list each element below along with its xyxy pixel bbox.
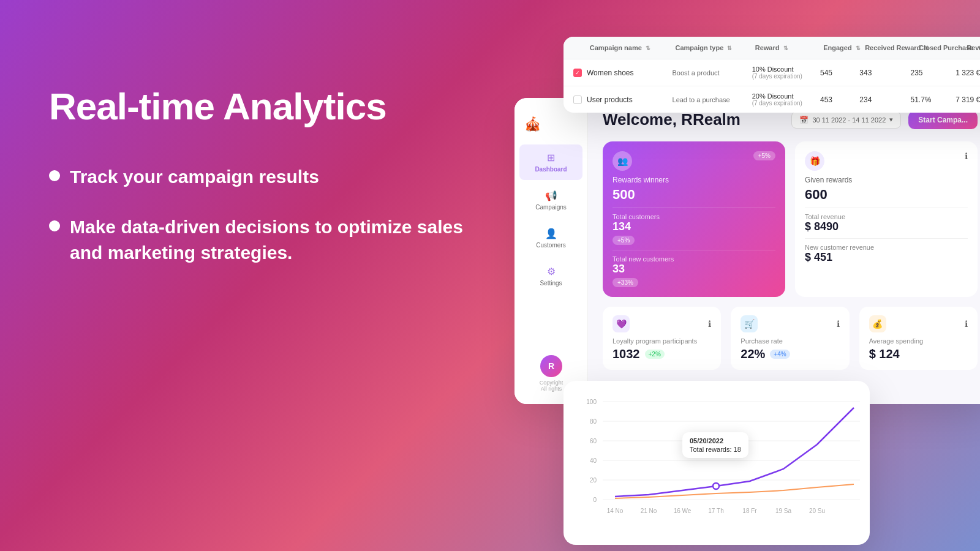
rewards-label: Rewards winners [612,176,775,184]
info-icon-4: ℹ [965,319,968,329]
dashboard-icon: ⊞ [547,152,555,163]
info-icon-2: ℹ [708,319,711,329]
th-closed-purchase: Closed Purchase ⇅ [919,44,962,51]
main-dashboard: 🎪 ⊞ Dashboard 📢 Campaigns 👤 Customers [514,98,980,404]
svg-text:20: 20 [590,477,597,484]
th-reward: Reward ⇅ [755,44,818,51]
svg-text:0: 0 [593,497,597,503]
welcome-heading: Welcome, RRealm [603,110,741,129]
spending-icon: 💰 [869,315,886,332]
td-closed-1: 235 [910,69,951,77]
svg-text:80: 80 [590,418,597,425]
loyalty-icon: 💜 [612,315,630,332]
td-received-2: 234 [859,96,905,104]
td-campaign-name-2: User products [587,96,668,104]
calendar-icon: 📅 [799,116,809,124]
svg-text:40: 40 [590,457,597,464]
bullet-list: Track your campaign results Make data-dr… [49,164,466,266]
avg-spending-label: Average spending [869,337,968,345]
avg-spending-card: 💰 ℹ Average spending $ 124 [859,307,978,370]
campaigns-icon: 📢 [545,190,557,201]
new-customers-value: 33 [612,263,775,276]
new-customers-label: Total new customers [612,255,775,263]
chart-tooltip: 05/20/2022 Total rewards: 18 [682,432,748,458]
svg-text:100: 100 [586,399,597,405]
td-campaign-name-1: Women shoes [587,69,668,77]
svg-text:20 Su: 20 Su [809,508,825,514]
table-row[interactable]: User products Lead to a purchase 20% Dis… [564,86,980,113]
small-stats-row: 💜 ℹ Loyalty program participants 1032 +2… [603,307,978,370]
svg-text:14 No: 14 No [607,508,624,514]
td-engaged-1: 545 [820,69,854,77]
chevron-down-icon: ▾ [889,116,893,124]
total-revenue-label: Total revenue [805,213,968,220]
svg-text:60: 60 [590,438,597,444]
th-revenue: Revenue ⇅ [967,44,980,51]
row-checkbox-2[interactable] [573,96,582,104]
svg-text:18 Fr: 18 Fr [742,508,757,514]
divider-2 [612,250,775,250]
row-checkbox-1[interactable] [573,69,582,77]
td-closed-2: 51.7% [910,96,951,104]
user-avatar[interactable]: R [540,355,562,377]
new-customer-revenue-label: New customer revenue [805,244,968,251]
stats-row: 👥 +5% Rewards winners 500 Total customer… [603,141,978,297]
purchase-rate-value: 22% [741,347,765,361]
purchase-rate-card: 🛒 ℹ Purchase rate 22% +4% [731,307,849,370]
date-picker[interactable]: 📅 30 11 2022 - 14 11 2022 ▾ [791,111,901,129]
given-rewards-card: 🎁 ℹ Given rewards 600 Total revenue $ 84… [795,141,978,297]
sidebar-nav: ⊞ Dashboard 📢 Campaigns 👤 Customers ⚙ Se… [514,144,587,294]
loyalty-badge: +2% [645,350,665,359]
svg-text:17 Th: 17 Th [708,508,723,514]
page-background: Real-time Analytics Track your campaign … [0,0,980,551]
divider-1 [612,208,775,208]
total-revenue-value: $ 8490 [805,220,968,233]
dashboard-wrapper: Campaign name ⇅ Campaign type ⇅ Reward ⇅… [514,37,980,539]
given-rewards-label: Given rewards [805,176,968,184]
customers-icon: 👤 [545,228,557,239]
sidebar-item-settings[interactable]: ⚙ Settings [519,258,582,294]
svg-point-12 [713,483,719,489]
td-revenue-1: 1 323 € [956,69,980,77]
logo-area: 🎪 [514,110,587,144]
hero-section: Real-time Analytics Track your campaign … [49,86,466,290]
table-header: Campaign name ⇅ Campaign type ⇅ Reward ⇅… [564,37,980,59]
sidebar-item-campaigns[interactable]: 📢 Campaigns [519,182,582,218]
sidebar-item-dashboard[interactable]: ⊞ Dashboard [519,144,582,180]
page-title: Real-time Analytics [49,86,466,127]
sidebar-item-customers[interactable]: 👤 Customers [519,220,582,256]
start-campaign-button[interactable]: Start Campa... [908,111,978,129]
svg-text:19 Sa: 19 Sa [775,508,792,514]
rewards-winners-card: 👥 +5% Rewards winners 500 Total customer… [603,141,785,297]
new-customers-badge: +33% [612,278,638,287]
purchase-badge: +4% [770,350,790,359]
td-reward-2: 20% Discount (7 days expiration) [752,92,815,107]
settings-icon: ⚙ [547,266,556,277]
rewards-icon: 👥 [612,151,632,171]
td-reward-1: 10% Discount (7 days expiration) [752,66,815,80]
customers-badge: +5% [612,236,635,245]
bullet-item-1: Track your campaign results [49,164,466,190]
avg-spending-value: $ 124 [869,347,968,361]
header-right: 📅 30 11 2022 - 14 11 2022 ▾ Start Campa.… [791,111,978,129]
table-row[interactable]: Women shoes Boost a product 10% Discount… [564,59,980,86]
bullet-dot-1 [49,170,60,181]
th-received-reward: Received Reward ⇅ [865,44,914,51]
rewards-badge: +5% [753,151,775,160]
info-icon-1: ℹ [965,151,968,161]
purchase-icon: 🛒 [741,315,758,332]
sidebar: 🎪 ⊞ Dashboard 📢 Campaigns 👤 Customers [514,98,588,404]
loyalty-value: 1032 [612,347,640,361]
loyalty-card: 💜 ℹ Loyalty program participants 1032 +2… [603,307,721,370]
info-icon-3: ℹ [837,319,840,329]
th-campaign-name: Campaign name ⇅ [590,44,671,51]
new-customer-revenue-value: $ 451 [805,251,968,264]
th-campaign-type: Campaign type ⇅ [675,44,750,51]
bullet-dot-2 [49,220,60,231]
logo-icon: 🎪 [524,116,541,132]
dashboard-header: Welcome, RRealm 📅 30 11 2022 - 14 11 202… [603,110,978,129]
campaign-table-card: Campaign name ⇅ Campaign type ⇅ Reward ⇅… [564,37,980,113]
td-campaign-type-2: Lead to a purchase [673,96,747,103]
tooltip-date: 05/20/2022 [690,437,741,444]
td-campaign-type-1: Boost a product [673,69,747,77]
